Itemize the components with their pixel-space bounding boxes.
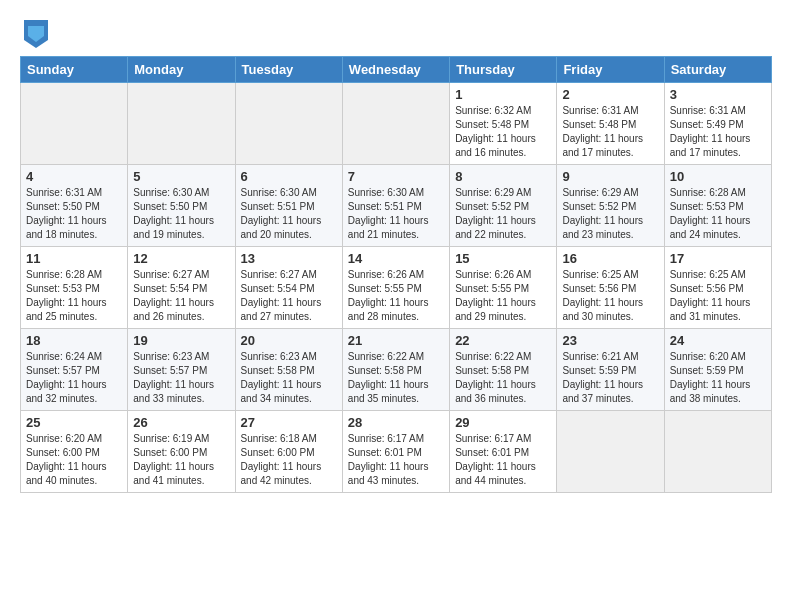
calendar-cell: 1Sunrise: 6:32 AM Sunset: 5:48 PM Daylig… [450, 83, 557, 165]
calendar-cell: 3Sunrise: 6:31 AM Sunset: 5:49 PM Daylig… [664, 83, 771, 165]
header [20, 16, 772, 48]
logo [20, 20, 48, 48]
weekday-header-wednesday: Wednesday [342, 57, 449, 83]
day-number: 9 [562, 169, 658, 184]
day-info: Sunrise: 6:30 AM Sunset: 5:51 PM Dayligh… [348, 186, 444, 242]
day-number: 14 [348, 251, 444, 266]
calendar-cell: 18Sunrise: 6:24 AM Sunset: 5:57 PM Dayli… [21, 329, 128, 411]
week-row-2: 11Sunrise: 6:28 AM Sunset: 5:53 PM Dayli… [21, 247, 772, 329]
day-number: 26 [133, 415, 229, 430]
day-info: Sunrise: 6:25 AM Sunset: 5:56 PM Dayligh… [562, 268, 658, 324]
day-number: 1 [455, 87, 551, 102]
day-info: Sunrise: 6:25 AM Sunset: 5:56 PM Dayligh… [670, 268, 766, 324]
day-number: 4 [26, 169, 122, 184]
weekday-header-saturday: Saturday [664, 57, 771, 83]
day-number: 6 [241, 169, 337, 184]
calendar-cell [128, 83, 235, 165]
day-number: 10 [670, 169, 766, 184]
day-number: 2 [562, 87, 658, 102]
day-number: 8 [455, 169, 551, 184]
calendar-cell: 7Sunrise: 6:30 AM Sunset: 5:51 PM Daylig… [342, 165, 449, 247]
day-info: Sunrise: 6:28 AM Sunset: 5:53 PM Dayligh… [26, 268, 122, 324]
week-row-1: 4Sunrise: 6:31 AM Sunset: 5:50 PM Daylig… [21, 165, 772, 247]
day-info: Sunrise: 6:30 AM Sunset: 5:51 PM Dayligh… [241, 186, 337, 242]
calendar-cell: 28Sunrise: 6:17 AM Sunset: 6:01 PM Dayli… [342, 411, 449, 493]
calendar-cell [342, 83, 449, 165]
day-number: 23 [562, 333, 658, 348]
day-info: Sunrise: 6:28 AM Sunset: 5:53 PM Dayligh… [670, 186, 766, 242]
day-info: Sunrise: 6:20 AM Sunset: 6:00 PM Dayligh… [26, 432, 122, 488]
calendar-cell: 10Sunrise: 6:28 AM Sunset: 5:53 PM Dayli… [664, 165, 771, 247]
week-row-0: 1Sunrise: 6:32 AM Sunset: 5:48 PM Daylig… [21, 83, 772, 165]
day-info: Sunrise: 6:31 AM Sunset: 5:48 PM Dayligh… [562, 104, 658, 160]
weekday-header-friday: Friday [557, 57, 664, 83]
logo-icon [24, 20, 48, 48]
calendar-cell: 16Sunrise: 6:25 AM Sunset: 5:56 PM Dayli… [557, 247, 664, 329]
calendar-cell: 23Sunrise: 6:21 AM Sunset: 5:59 PM Dayli… [557, 329, 664, 411]
day-info: Sunrise: 6:19 AM Sunset: 6:00 PM Dayligh… [133, 432, 229, 488]
day-number: 3 [670, 87, 766, 102]
day-number: 25 [26, 415, 122, 430]
calendar-cell: 12Sunrise: 6:27 AM Sunset: 5:54 PM Dayli… [128, 247, 235, 329]
calendar-cell: 14Sunrise: 6:26 AM Sunset: 5:55 PM Dayli… [342, 247, 449, 329]
day-info: Sunrise: 6:27 AM Sunset: 5:54 PM Dayligh… [241, 268, 337, 324]
calendar-cell [21, 83, 128, 165]
day-info: Sunrise: 6:29 AM Sunset: 5:52 PM Dayligh… [455, 186, 551, 242]
day-info: Sunrise: 6:21 AM Sunset: 5:59 PM Dayligh… [562, 350, 658, 406]
calendar-cell: 11Sunrise: 6:28 AM Sunset: 5:53 PM Dayli… [21, 247, 128, 329]
week-row-3: 18Sunrise: 6:24 AM Sunset: 5:57 PM Dayli… [21, 329, 772, 411]
day-info: Sunrise: 6:17 AM Sunset: 6:01 PM Dayligh… [348, 432, 444, 488]
calendar-cell: 5Sunrise: 6:30 AM Sunset: 5:50 PM Daylig… [128, 165, 235, 247]
calendar-cell: 2Sunrise: 6:31 AM Sunset: 5:48 PM Daylig… [557, 83, 664, 165]
day-info: Sunrise: 6:26 AM Sunset: 5:55 PM Dayligh… [348, 268, 444, 324]
day-info: Sunrise: 6:26 AM Sunset: 5:55 PM Dayligh… [455, 268, 551, 324]
weekday-header-tuesday: Tuesday [235, 57, 342, 83]
day-info: Sunrise: 6:29 AM Sunset: 5:52 PM Dayligh… [562, 186, 658, 242]
week-row-4: 25Sunrise: 6:20 AM Sunset: 6:00 PM Dayli… [21, 411, 772, 493]
calendar-cell: 26Sunrise: 6:19 AM Sunset: 6:00 PM Dayli… [128, 411, 235, 493]
day-number: 13 [241, 251, 337, 266]
day-info: Sunrise: 6:27 AM Sunset: 5:54 PM Dayligh… [133, 268, 229, 324]
day-info: Sunrise: 6:22 AM Sunset: 5:58 PM Dayligh… [348, 350, 444, 406]
calendar-cell: 24Sunrise: 6:20 AM Sunset: 5:59 PM Dayli… [664, 329, 771, 411]
calendar-cell: 19Sunrise: 6:23 AM Sunset: 5:57 PM Dayli… [128, 329, 235, 411]
calendar-cell: 29Sunrise: 6:17 AM Sunset: 6:01 PM Dayli… [450, 411, 557, 493]
calendar-cell: 25Sunrise: 6:20 AM Sunset: 6:00 PM Dayli… [21, 411, 128, 493]
calendar-cell [235, 83, 342, 165]
day-info: Sunrise: 6:24 AM Sunset: 5:57 PM Dayligh… [26, 350, 122, 406]
day-info: Sunrise: 6:22 AM Sunset: 5:58 PM Dayligh… [455, 350, 551, 406]
day-number: 15 [455, 251, 551, 266]
day-number: 28 [348, 415, 444, 430]
day-info: Sunrise: 6:31 AM Sunset: 5:49 PM Dayligh… [670, 104, 766, 160]
calendar-cell: 8Sunrise: 6:29 AM Sunset: 5:52 PM Daylig… [450, 165, 557, 247]
day-number: 16 [562, 251, 658, 266]
day-info: Sunrise: 6:18 AM Sunset: 6:00 PM Dayligh… [241, 432, 337, 488]
weekday-header-thursday: Thursday [450, 57, 557, 83]
day-number: 11 [26, 251, 122, 266]
day-info: Sunrise: 6:30 AM Sunset: 5:50 PM Dayligh… [133, 186, 229, 242]
day-info: Sunrise: 6:23 AM Sunset: 5:58 PM Dayligh… [241, 350, 337, 406]
calendar-cell: 20Sunrise: 6:23 AM Sunset: 5:58 PM Dayli… [235, 329, 342, 411]
calendar-cell: 9Sunrise: 6:29 AM Sunset: 5:52 PM Daylig… [557, 165, 664, 247]
calendar-cell: 22Sunrise: 6:22 AM Sunset: 5:58 PM Dayli… [450, 329, 557, 411]
calendar-cell: 13Sunrise: 6:27 AM Sunset: 5:54 PM Dayli… [235, 247, 342, 329]
day-info: Sunrise: 6:31 AM Sunset: 5:50 PM Dayligh… [26, 186, 122, 242]
calendar-table: SundayMondayTuesdayWednesdayThursdayFrid… [20, 56, 772, 493]
calendar-cell: 15Sunrise: 6:26 AM Sunset: 5:55 PM Dayli… [450, 247, 557, 329]
day-number: 18 [26, 333, 122, 348]
day-info: Sunrise: 6:23 AM Sunset: 5:57 PM Dayligh… [133, 350, 229, 406]
day-number: 29 [455, 415, 551, 430]
calendar-cell: 6Sunrise: 6:30 AM Sunset: 5:51 PM Daylig… [235, 165, 342, 247]
calendar-cell: 27Sunrise: 6:18 AM Sunset: 6:00 PM Dayli… [235, 411, 342, 493]
day-info: Sunrise: 6:20 AM Sunset: 5:59 PM Dayligh… [670, 350, 766, 406]
weekday-header-monday: Monday [128, 57, 235, 83]
day-number: 19 [133, 333, 229, 348]
day-number: 17 [670, 251, 766, 266]
day-number: 27 [241, 415, 337, 430]
day-info: Sunrise: 6:32 AM Sunset: 5:48 PM Dayligh… [455, 104, 551, 160]
day-number: 21 [348, 333, 444, 348]
calendar-cell [664, 411, 771, 493]
day-number: 12 [133, 251, 229, 266]
day-number: 5 [133, 169, 229, 184]
calendar-cell: 17Sunrise: 6:25 AM Sunset: 5:56 PM Dayli… [664, 247, 771, 329]
